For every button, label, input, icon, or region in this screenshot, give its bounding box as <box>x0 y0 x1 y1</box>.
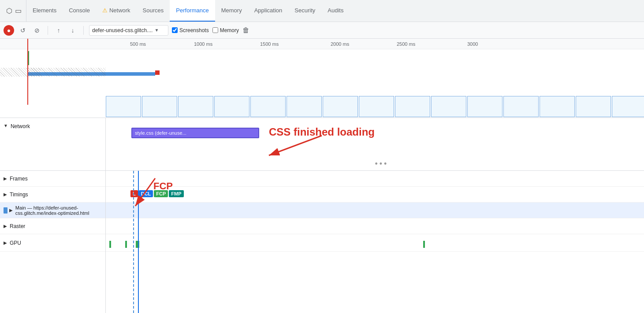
tab-network[interactable]: ⚠ Network <box>96 0 137 22</box>
tab-memory[interactable]: Memory <box>215 0 248 22</box>
mark-3000: 3000 <box>467 41 478 47</box>
css-bar-label: style.css (defer-unuse... <box>135 130 186 136</box>
mark-1500ms: 1500 ms <box>260 41 279 47</box>
svg-line-3 <box>135 178 155 206</box>
timings-content: L DCL FCP FMP <box>106 187 644 203</box>
tab-audits[interactable]: Audits <box>321 0 350 22</box>
warning-icon: ⚠ <box>102 7 108 14</box>
network-chart[interactable]: style.css (defer-unuse... CSS finished l… <box>106 118 644 170</box>
filmstrip-thumb <box>287 96 322 117</box>
dropdown-arrow-icon: ▼ <box>154 28 159 33</box>
tab-elements[interactable]: Elements <box>26 0 63 22</box>
mark-2000ms: 2000 ms <box>331 41 349 47</box>
screenshots-checkbox-label[interactable]: Screenshots <box>172 27 209 33</box>
main-content: 500 ms 1000 ms 1500 ms 2000 ms 2500 ms 3… <box>0 39 644 313</box>
filmstrip-thumb <box>395 96 430 117</box>
download-button[interactable]: ↓ <box>67 25 78 36</box>
filmstrip-thumb <box>142 96 177 117</box>
track-labels: ▶ Frames ▶ Timings ▶ Main — https://defe… <box>0 171 106 313</box>
track-gpu[interactable]: ▶ GPU <box>0 234 105 252</box>
raster-content <box>106 218 644 234</box>
filmstrip-thumb <box>612 96 644 117</box>
filmstrip-thumb <box>323 96 358 117</box>
tab-security[interactable]: Security <box>288 0 321 22</box>
timings-label: Timings <box>10 191 28 198</box>
fcp-annotation-text: FCP <box>153 180 173 192</box>
track-frames[interactable]: ▶ Frames <box>0 171 105 187</box>
network-section-label: Network <box>11 123 30 129</box>
main-content-row: FCP <box>106 203 644 218</box>
gpu-bar-1 <box>109 241 111 248</box>
frames-label: Frames <box>10 176 28 182</box>
track-main[interactable]: ▶ Main — https://defer-unused-css.glitch… <box>0 203 105 218</box>
filmstrip-thumb <box>178 96 213 117</box>
network-collapse-icon[interactable]: ▼ <box>4 123 8 128</box>
svg-line-1 <box>269 136 322 155</box>
mark-1000ms: 1000 ms <box>194 41 212 47</box>
frames-content <box>106 171 644 187</box>
filmstrip-thumb <box>576 96 611 117</box>
filmstrip-thumb <box>540 96 575 117</box>
track-details[interactable]: L DCL FCP FMP FCP <box>106 171 644 313</box>
main-expand-icon: ▶ <box>9 208 13 213</box>
cursor-icon[interactable]: ⬡ <box>6 7 12 15</box>
tab-sources[interactable]: Sources <box>137 0 170 22</box>
tab-console[interactable]: Console <box>63 0 96 22</box>
screenshots-checkbox[interactable] <box>172 27 178 33</box>
ruler-marks-top: 500 ms 1000 ms 1500 ms 2000 ms 2500 ms 3… <box>106 39 644 49</box>
ruler-top: 500 ms 1000 ms 1500 ms 2000 ms 2500 ms 3… <box>0 39 644 49</box>
memory-checkbox[interactable] <box>212 27 218 33</box>
mark-2500ms: 2500 ms <box>397 41 415 47</box>
frames-expand-icon: ▶ <box>4 176 7 181</box>
filmstrip-thumb <box>431 96 466 117</box>
detail-panel: ▶ Frames ▶ Timings ▶ Main — https://defe… <box>0 171 644 313</box>
gpu-bar-5 <box>423 241 425 248</box>
gpu-bar-2 <box>125 241 127 248</box>
tab-bar: ⬡ ▭ Elements Console ⚠ Network Sources P… <box>0 0 644 22</box>
gpu-content <box>106 234 644 252</box>
memory-checkbox-label[interactable]: Memory <box>212 27 239 33</box>
track-timings[interactable]: ▶ Timings <box>0 187 105 203</box>
mark-500ms: 500 ms <box>130 41 146 47</box>
network-dot <box>155 70 160 75</box>
main-color-indicator <box>4 207 7 214</box>
css-bar[interactable]: style.css (defer-unuse... <box>131 128 259 138</box>
filmstrip-thumb <box>467 96 503 117</box>
main-label: Main — https://defer-unused-css.glitch.m… <box>15 205 102 216</box>
url-value: defer-unused-css.glitch.... <box>92 27 153 33</box>
timeline-overview[interactable]: 500 ms 1000 ms 1500 ms 2000 ms 2500 ms 3… <box>0 39 644 118</box>
filmstrip-thumb <box>359 96 394 117</box>
timings-expand-icon: ▶ <box>4 192 7 197</box>
network-section: ▼ Network style.css (defer-unuse... CSS … <box>0 118 644 171</box>
trash-icon[interactable]: 🗑 <box>242 26 249 34</box>
hatching-left <box>0 68 106 77</box>
css-finished-annotation: CSS finished loading <box>269 126 375 138</box>
upload-button[interactable]: ↑ <box>53 25 64 36</box>
hatching-right <box>27 68 41 77</box>
raster-expand-icon: ▶ <box>4 224 7 228</box>
refresh-button[interactable]: ↺ <box>18 25 28 36</box>
more-dots: ••• <box>375 159 389 169</box>
timeline-chart[interactable] <box>0 49 644 118</box>
separator-1 <box>48 26 48 35</box>
gpu-expand-icon: ▶ <box>4 240 7 245</box>
filmstrip-thumb <box>214 96 249 117</box>
record-button[interactable]: ● <box>4 25 14 36</box>
filmstrip-thumb <box>250 96 286 117</box>
filmstrip-row <box>106 96 644 118</box>
device-toggle-icon[interactable]: ▭ <box>15 7 22 15</box>
performance-toolbar: ● ↺ ⊘ ↑ ↓ defer-unused-css.glitch.... ▼ … <box>0 22 644 39</box>
playhead-line <box>27 39 28 105</box>
devtools-icons: ⬡ ▭ <box>2 0 26 22</box>
network-label-col: ▼ Network <box>0 118 106 170</box>
clear-button[interactable]: ⊘ <box>32 25 42 36</box>
filmstrip-thumb <box>106 96 141 117</box>
filmstrip-thumb <box>503 96 539 117</box>
raster-label: Raster <box>10 223 25 229</box>
separator-2 <box>83 26 84 35</box>
tab-application[interactable]: Application <box>248 0 289 22</box>
track-raster[interactable]: ▶ Raster <box>0 218 105 234</box>
tab-performance[interactable]: Performance <box>170 0 215 22</box>
url-selector[interactable]: defer-unused-css.glitch.... ▼ <box>89 25 168 36</box>
gpu-label: GPU <box>10 240 21 246</box>
